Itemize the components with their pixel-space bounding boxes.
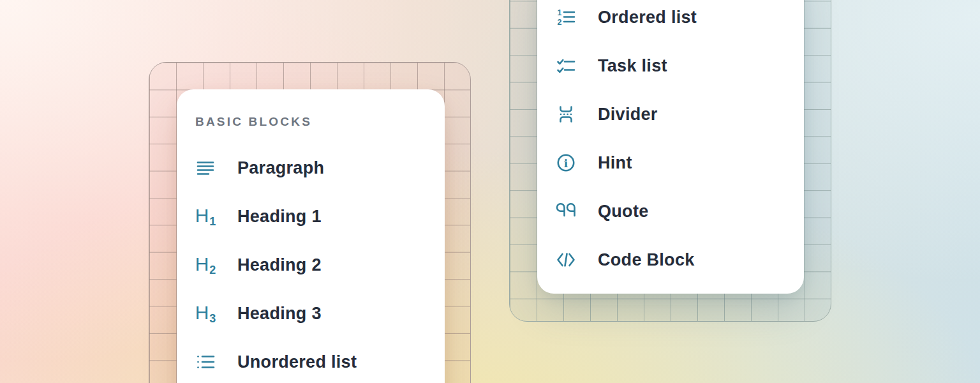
menu-item-label: Heading 2 [237, 255, 322, 275]
menu-item-label: Task list [598, 56, 667, 76]
unordered-list-icon [195, 352, 216, 372]
section-label: BASIC BLOCKS [195, 114, 445, 130]
menu-item-divider[interactable]: Divider [556, 90, 804, 139]
menu-item-paragraph[interactable]: Paragraph [195, 144, 445, 192]
heading1-icon: H1 [195, 206, 216, 227]
hint-icon: i [556, 153, 576, 173]
divider-icon [556, 104, 576, 124]
task-list-icon [556, 56, 576, 76]
menu-item-quote[interactable]: Quote [556, 187, 804, 236]
quote-icon [556, 201, 576, 222]
menu-item-label: Code Block [598, 250, 695, 270]
menu-item-heading-3[interactable]: H3Heading 3 [195, 289, 445, 338]
menu-item-task-list[interactable]: Task list [556, 41, 804, 90]
svg-text:1: 1 [558, 8, 562, 17]
heading3-icon: H3 [195, 303, 216, 324]
canvas: BASIC BLOCKS ParagraphH1Heading 1H2Headi… [0, 0, 980, 383]
menu-item-heading-2[interactable]: H2Heading 2 [195, 241, 445, 289]
menu-item-label: Heading 3 [237, 304, 322, 324]
more-blocks-list: 12Ordered listTask listDivideriHintQuote… [556, 0, 804, 284]
menu-item-label: Quote [598, 202, 649, 222]
menu-item-unordered-list[interactable]: Unordered list [195, 338, 445, 383]
menu-item-code-block[interactable]: Code Block [556, 236, 804, 284]
svg-text:i: i [564, 157, 568, 170]
heading2-icon: H2 [195, 255, 216, 275]
menu-item-heading-1[interactable]: H1Heading 1 [195, 192, 445, 241]
menu-item-ordered-list[interactable]: 12Ordered list [556, 0, 804, 41]
code-block-icon [556, 250, 576, 270]
block-menu-basic-blocks: BASIC BLOCKS ParagraphH1Heading 1H2Headi… [177, 89, 445, 383]
menu-item-label: Ordered list [598, 8, 697, 27]
menu-item-label: Unordered list [237, 352, 357, 372]
block-menu-more-blocks: 12Ordered listTask listDivideriHintQuote… [537, 0, 804, 294]
svg-text:2: 2 [558, 18, 562, 27]
ordered-list-icon: 12 [556, 7, 576, 27]
menu-item-label: Hint [598, 153, 632, 173]
paragraph-icon [195, 158, 216, 178]
menu-item-label: Divider [598, 105, 658, 124]
menu-item-label: Heading 1 [237, 207, 322, 227]
basic-blocks-list: ParagraphH1Heading 1H2Heading 2H3Heading… [195, 144, 445, 383]
menu-item-label: Paragraph [237, 158, 324, 178]
menu-item-hint[interactable]: iHint [556, 139, 804, 187]
